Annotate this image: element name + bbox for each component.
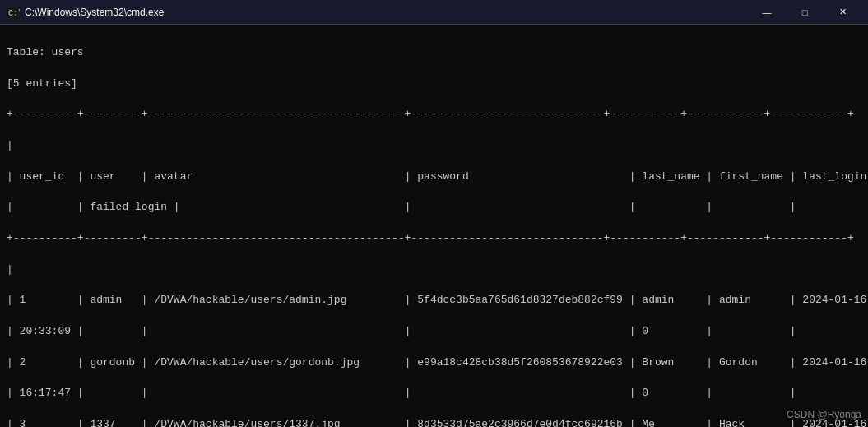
terminal-line-11: | 2 | gordonb | /DVWA/hackable/users/gor… — [7, 355, 861, 371]
cmd-icon: C:\ — [7, 6, 20, 19]
watermark: CSDN @Ryonga — [787, 409, 861, 420]
close-button[interactable]: ✕ — [824, 0, 861, 25]
window-title: C:\Windows\System32\cmd.exe — [25, 7, 164, 18]
title-bar: C:\ C:\Windows\System32\cmd.exe — □ ✕ — [0, 0, 868, 25]
maximize-button[interactable]: □ — [786, 0, 824, 25]
terminal-line-12: | 16:17:47 | | | | 0 | | | — [7, 386, 861, 401]
terminal-line-9: | 1 | admin | /DVWA/hackable/users/admin… — [7, 293, 861, 309]
minimize-button[interactable]: — — [748, 0, 786, 25]
terminal-line-8: | — [7, 262, 861, 278]
terminal-line-13: | 3 | 1337 | /DVWA/hackable/users/1337.j… — [7, 417, 861, 427]
terminal-output[interactable]: Table: users [5 entries] +----------+---… — [0, 25, 868, 427]
terminal-line-7: +----------+---------+------------------… — [7, 231, 861, 247]
window-controls: — □ ✕ — [748, 0, 861, 25]
terminal-line-1: Table: users — [7, 45, 861, 61]
window: C:\ C:\Windows\System32\cmd.exe — □ ✕ Ta… — [0, 0, 868, 427]
title-bar-left: C:\ C:\Windows\System32\cmd.exe — [7, 6, 164, 19]
terminal-line-4: | — [7, 138, 861, 154]
terminal-line-2: [5 entries] — [7, 77, 861, 92]
svg-text:C:\: C:\ — [8, 9, 20, 18]
terminal-line-3: +----------+---------+------------------… — [7, 107, 861, 123]
terminal-line-10: | 20:33:09 | | | | 0 | | | — [7, 324, 861, 340]
terminal-line-5: | user_id | user | avatar | password | l… — [7, 169, 861, 185]
terminal-line-6: | | failed_login | | | | | | — [7, 200, 861, 216]
